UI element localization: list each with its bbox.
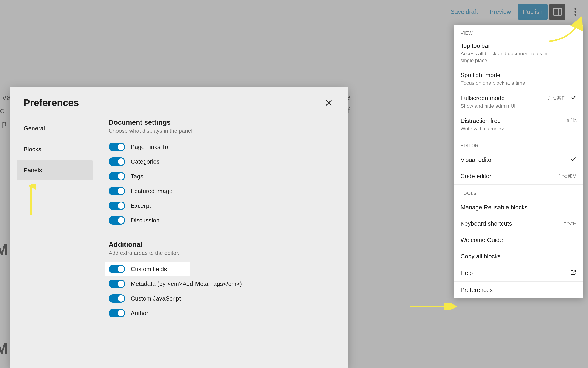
option-label: Keyboard shortcuts [460,220,512,227]
modal-close-button[interactable] [322,96,335,109]
section-heading-additional: Additional [109,241,338,248]
option-help[interactable]: Help [454,265,583,281]
toggle-switch[interactable] [109,216,125,224]
toggle-categories[interactable]: Categories [109,154,338,169]
option-label: Code editor [460,173,491,180]
check-icon [570,94,577,102]
modal-tab-list: General Blocks Panels [10,116,99,368]
section-subheading: Choose what displays in the panel. [109,128,338,134]
option-label: Visual editor [460,156,493,164]
toggle-switch[interactable] [109,202,125,210]
toggle-switch[interactable] [109,157,125,166]
toggle-custom-javascript[interactable]: Custom JavaScript [109,291,338,306]
tab-blocks[interactable]: Blocks [17,139,93,159]
option-desc: Access all block and document tools in a… [460,50,552,64]
toggle-switch[interactable] [109,294,125,303]
modal-title: Preferences [24,97,79,108]
toggle-featured-image[interactable]: Featured image [109,184,338,198]
dropdown-section-editor: Editor [454,137,583,152]
option-label: Fullscreen mode [460,95,505,102]
toggle-tags[interactable]: Tags [109,169,338,184]
toggle-label: Discussion [131,217,160,224]
option-shortcut: ⌃⌥H [563,221,577,227]
option-label: Top toolbar [460,42,490,49]
dropdown-section-tools: Tools [454,185,583,199]
external-link-icon [570,269,577,277]
toggle-switch[interactable] [109,280,125,288]
check-icon [570,156,577,164]
option-manage-reusable-blocks[interactable]: Manage Reusable blocks [454,199,583,216]
toggle-switch[interactable] [109,172,125,180]
option-welcome-guide[interactable]: Welcome Guide [454,232,583,248]
preferences-modal: Preferences General Blocks Panels Docume… [10,87,347,368]
toggle-switch[interactable] [109,265,125,273]
option-preferences[interactable]: Preferences [454,282,583,298]
option-code-editor[interactable]: Code editor ⇧⌥⌘M [454,168,583,184]
option-fullscreen-mode[interactable]: Fullscreen mode ⇧⌥⌘F Show and hide admin… [454,91,583,114]
option-desc: Write with calmness [460,125,552,132]
toggle-label: Excerpt [131,202,151,209]
option-label: Welcome Guide [460,237,503,244]
option-label: Help [460,269,473,277]
tab-general[interactable]: General [17,119,93,138]
modal-header: Preferences [10,87,347,116]
close-icon [324,98,333,107]
toggle-label: Metadata (by <em>Add-Meta-Tags</em>) [131,280,242,287]
toggle-label: Page Links To [131,144,168,151]
option-desc: Show and hide admin UI [460,103,552,110]
toggle-label: Featured image [131,188,172,195]
toggle-switch[interactable] [109,309,125,317]
toggle-label: Tags [131,173,143,180]
toggle-label: Categories [131,158,160,165]
toggle-label: Custom fields [131,266,167,273]
option-shortcut: ⇧⌥⌘M [558,173,577,179]
option-copy-all-blocks[interactable]: Copy all blocks [454,248,583,265]
more-options-dropdown: View Top toolbar Access all block and do… [454,25,583,298]
option-distraction-free[interactable]: Distraction free ⇧⌘\ Write with calmness [454,114,583,137]
option-label: Distraction free [460,117,501,124]
toggle-label: Custom JavaScript [131,295,181,302]
toggle-page-links-to[interactable]: Page Links To [109,139,338,154]
toggle-label: Author [131,310,148,317]
option-visual-editor[interactable]: Visual editor [454,152,583,168]
option-shortcut: ⇧⌥⌘F [547,95,565,101]
option-shortcut: ⇧⌘\ [566,118,577,124]
tab-panels[interactable]: Panels [17,160,93,180]
toggle-excerpt[interactable]: Excerpt [109,198,338,213]
option-label: Manage Reusable blocks [460,204,528,211]
option-top-toolbar[interactable]: Top toolbar Access all block and documen… [454,39,583,68]
toggle-custom-fields[interactable]: Custom fields [105,262,190,276]
dropdown-section-view: View [454,25,583,39]
toggle-author[interactable]: Author [109,306,338,321]
option-desc: Focus on one block at a time [460,80,552,87]
toggle-switch[interactable] [109,187,125,195]
toggle-discussion[interactable]: Discussion [109,213,338,228]
option-label: Copy all blocks [460,253,501,260]
toggle-switch[interactable] [109,143,125,151]
option-label: Spotlight mode [460,72,500,79]
option-keyboard-shortcuts[interactable]: Keyboard shortcuts ⌃⌥H [454,216,583,232]
toggle-metadata[interactable]: Metadata (by <em>Add-Meta-Tags</em>) [109,276,338,291]
section-subheading: Add extra areas to the editor. [109,250,338,256]
option-label: Preferences [460,286,493,294]
modal-content: Document settings Choose what displays i… [99,116,347,368]
option-spotlight-mode[interactable]: Spotlight mode Focus on one block at a t… [454,68,583,91]
section-heading-document-settings: Document settings [109,119,338,126]
